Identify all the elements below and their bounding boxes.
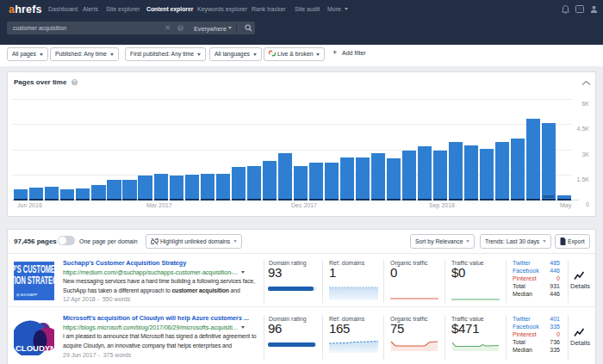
svg-text:CLOUDYN: CLOUDYN [16, 343, 54, 353]
